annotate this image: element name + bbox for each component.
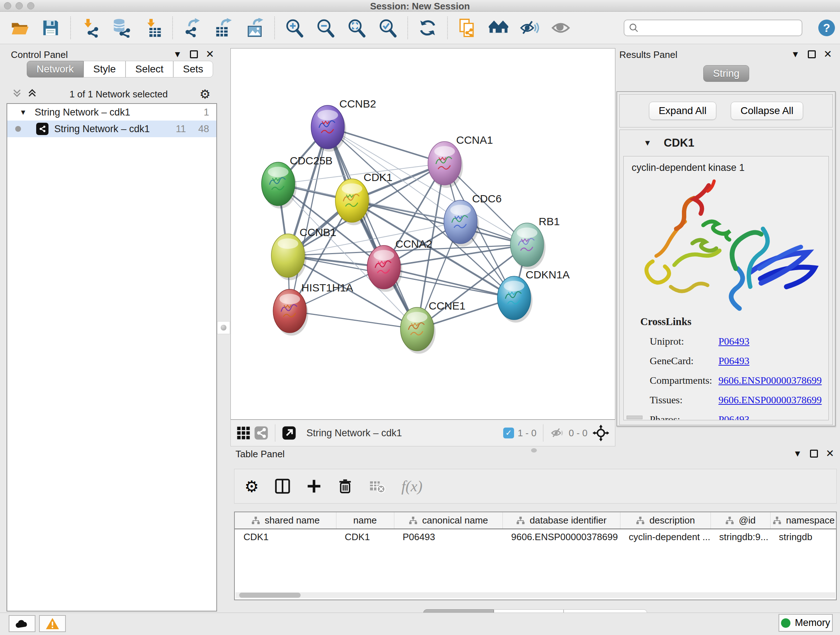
crosslink-link[interactable]: 9606.ENSP00000378699 — [718, 375, 821, 386]
panel-menu-icon[interactable]: ▼ — [791, 50, 800, 59]
node-table[interactable]: shared namenamecanonical namedatabase id… — [234, 511, 837, 600]
memory-button[interactable]: Memory — [778, 614, 833, 632]
column-header-namespace[interactable]: namespace — [770, 512, 837, 529]
crosslink-link[interactable]: P06493 — [718, 355, 750, 367]
network-options-gear-icon[interactable]: ⚙ — [200, 87, 210, 101]
table-cell[interactable]: P06493 — [394, 529, 502, 545]
left-splitter-handle[interactable] — [217, 321, 230, 334]
network-node-ccnb1[interactable]: CCNB1 — [271, 226, 336, 280]
column-header-database-identifier[interactable]: database identifier — [502, 512, 620, 529]
panel-menu-icon[interactable]: ▼ — [793, 449, 802, 458]
network-graph[interactable]: CCNB2CCNA1CDC25BCDK1CDC6RB1CCNB1CCNA2CDK… — [231, 49, 615, 419]
copy-network-style-button[interactable] — [456, 17, 478, 39]
search-icon — [629, 23, 639, 33]
function-builder-icon[interactable]: f(x) — [401, 478, 422, 495]
table-hscroll-thumb[interactable] — [239, 593, 301, 598]
tab-style[interactable]: Style — [84, 61, 126, 78]
selected-checkbox-icon[interactable]: ✓ — [503, 428, 514, 439]
column-header--id[interactable]: @id — [711, 512, 770, 529]
network-node-rb1[interactable]: RB1 — [510, 215, 560, 269]
network-node-ccna2[interactable]: CCNA2 — [367, 238, 432, 292]
export-image-button[interactable] — [244, 17, 265, 39]
fit-content-button[interactable] — [592, 422, 609, 444]
network-edge[interactable] — [290, 311, 417, 329]
network-edge[interactable] — [384, 267, 514, 298]
delete-column-button[interactable] — [338, 475, 353, 497]
table-cell[interactable]: cyclin-dependent ... — [620, 529, 711, 545]
column-header-description[interactable]: description — [620, 512, 711, 529]
tab-network[interactable]: Network — [27, 61, 84, 78]
cloud-button[interactable] — [9, 615, 35, 632]
network-node-hist1h1a[interactable]: HIST1H1A — [273, 282, 353, 336]
search-input[interactable] — [642, 22, 797, 34]
network-canvas[interactable]: CCNB2CCNA1CDC25BCDK1CDC6RB1CCNB1CCNA2CDK… — [231, 48, 615, 420]
delete-table-button[interactable] — [369, 475, 385, 497]
table-row[interactable]: CDK1CDK1P064939606.ENSP00000378699cyclin… — [235, 529, 837, 545]
network-view-title: String Network – cdk1 — [306, 428, 402, 439]
warnings-button[interactable] — [39, 615, 66, 632]
panel-close-icon[interactable]: ✕ — [824, 49, 832, 59]
panel-menu-icon[interactable]: ▼ — [173, 50, 182, 59]
panel-float-icon[interactable] — [810, 450, 818, 458]
table-cell[interactable]: 9606.ENSP00000378699 — [502, 529, 620, 545]
import-table-button[interactable] — [142, 17, 164, 39]
network-row-selected[interactable]: String Network – cdk1 11 48 — [7, 120, 216, 137]
panel-close-icon[interactable]: ✕ — [826, 448, 834, 459]
table-cell[interactable]: stringdb — [770, 529, 837, 545]
network-edge[interactable] — [328, 127, 417, 329]
table-options-gear-icon[interactable]: ⚙ — [245, 475, 259, 497]
network-share-button[interactable] — [254, 422, 268, 444]
import-network-database-button[interactable] — [111, 17, 133, 39]
expand-all-networks-icon[interactable] — [27, 88, 38, 101]
table-cell[interactable]: stringdb:9... — [711, 529, 770, 545]
panel-float-icon[interactable] — [190, 50, 198, 58]
detach-view-button[interactable] — [282, 422, 296, 444]
tab-sets[interactable]: Sets — [173, 61, 213, 78]
zoom-fit-button[interactable] — [346, 17, 368, 39]
help-button[interactable]: ? — [818, 19, 835, 36]
collection-collapse-icon[interactable]: ▼ — [19, 108, 27, 117]
column-label: canonical name — [422, 515, 488, 526]
open-session-button[interactable] — [9, 17, 30, 39]
column-header-name[interactable]: name — [336, 512, 394, 529]
results-hscroll-thumb[interactable] — [627, 416, 643, 419]
export-table-button[interactable] — [213, 17, 234, 39]
network-node-ccne1[interactable]: CCNE1 — [401, 300, 466, 354]
network-collection-row[interactable]: ▼ String Network – cdk1 1 — [7, 104, 216, 120]
zoom-selected-button[interactable] — [377, 17, 399, 39]
create-column-button[interactable] — [306, 475, 322, 497]
hide-network-button[interactable] — [519, 17, 540, 39]
show-columns-button[interactable] — [275, 475, 291, 497]
table-hscrollbar[interactable] — [235, 592, 835, 598]
show-eye-button[interactable] — [550, 17, 572, 39]
zoom-in-button[interactable] — [284, 17, 305, 39]
table-cell[interactable]: CDK1 — [336, 529, 394, 545]
tab-string[interactable]: String — [703, 65, 749, 82]
zoom-out-button[interactable] — [315, 17, 336, 39]
network-node-ccna1[interactable]: CCNA1 — [428, 134, 493, 188]
refresh-button[interactable] — [417, 17, 439, 39]
panel-close-icon[interactable]: ✕ — [206, 49, 214, 59]
column-header-shared-name[interactable]: shared name — [235, 512, 336, 529]
export-network-button[interactable] — [182, 17, 203, 39]
network-node-ccnb2[interactable]: CCNB2 — [311, 98, 376, 152]
collapse-all-networks-icon[interactable] — [11, 88, 22, 101]
network-node-cdkn1a[interactable]: CDKN1A — [497, 269, 570, 323]
panel-float-icon[interactable] — [808, 50, 816, 58]
zoom-selected-icon — [378, 18, 398, 38]
table-cell[interactable]: CDK1 — [235, 529, 336, 545]
crosslink-link[interactable]: P06493 — [718, 414, 750, 420]
column-header-canonical-name[interactable]: canonical name — [394, 512, 502, 529]
expand-all-button[interactable]: Expand All — [649, 102, 716, 120]
tab-select[interactable]: Select — [126, 61, 173, 78]
crosslink-link[interactable]: P06493 — [718, 336, 750, 347]
birdseye-grid-button[interactable] — [237, 422, 250, 444]
import-network-file-button[interactable] — [80, 17, 101, 39]
crosslink-link[interactable]: 9606.ENSP00000378699 — [718, 394, 821, 406]
search-box — [624, 19, 802, 36]
save-session-button[interactable] — [40, 17, 62, 39]
string-home-button[interactable] — [488, 17, 509, 39]
import-network-icon — [81, 18, 100, 38]
collapse-all-button[interactable]: Collapse All — [731, 102, 803, 120]
section-collapse-icon[interactable]: ▼ — [644, 138, 652, 148]
